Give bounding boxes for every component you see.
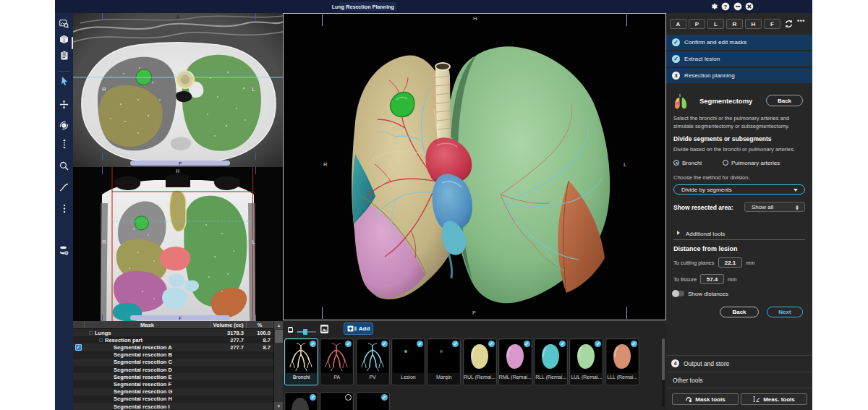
row-tree-checkbox[interactable] (99, 338, 103, 342)
additional-tools-expander[interactable]: Additional tools (686, 231, 725, 237)
export-data-icon[interactable] (55, 244, 73, 256)
object-card-margin[interactable]: ✓Margin (427, 338, 461, 385)
object-card-pv[interactable]: ✓PV (356, 338, 390, 385)
visibility-check-icon[interactable]: ✓ (310, 341, 316, 347)
slice-scroll-icon[interactable] (55, 138, 73, 150)
show-resected-dropdown[interactable]: Show all ▲▼ (744, 202, 805, 212)
table-row[interactable]: Segmental resection F (73, 380, 273, 388)
table-row[interactable]: Segmental resection E (73, 373, 273, 380)
visibility-check-icon[interactable]: ✓ (381, 341, 388, 347)
mask-table-header: MaskVolume (cc)% (73, 321, 273, 329)
orientation-button-f[interactable]: F (764, 19, 780, 29)
pan-icon[interactable] (55, 98, 73, 110)
visibility-check-icon[interactable]: ✓ (524, 341, 530, 347)
close-icon[interactable] (745, 2, 754, 11)
table-row[interactable]: Segmental resection D (73, 366, 273, 373)
row-checkbox-checked[interactable]: ✓ (75, 344, 82, 351)
table-row[interactable]: Segmental resection H (73, 396, 273, 403)
radio-selected-dot (676, 162, 678, 164)
3d-label-right: R (323, 161, 328, 168)
table-row[interactable]: Resection part277.78.7 (73, 336, 273, 343)
meas-tools-button[interactable]: Meas. tools (741, 393, 807, 405)
orientation-button-a[interactable]: A (670, 19, 686, 29)
large-thumbnail-icon[interactable] (320, 325, 328, 333)
output-and-store-step[interactable]: Output and store (684, 360, 729, 367)
radio-bronchi[interactable] (673, 160, 679, 166)
minimize-icon[interactable] (733, 2, 742, 11)
coronal-slice-indicator[interactable]: F (130, 315, 230, 320)
object-card-pa[interactable]: ✓PA (320, 338, 354, 385)
visibility-check-icon[interactable]: ✓ (488, 341, 495, 347)
3d-viewport[interactable]: H R L F (283, 13, 666, 320)
coronal-viewport[interactable]: R L H F (73, 167, 283, 322)
mask-tools-button[interactable]: Mask tools (672, 393, 739, 405)
visibility-check-icon[interactable]: ✓ (631, 341, 637, 347)
visibility-check-icon[interactable]: ✓ (381, 394, 388, 401)
workflow-step-1[interactable]: ✓Confirm and edit masks (666, 35, 812, 50)
more-options-icon[interactable]: ••• (797, 17, 805, 25)
percent-cell: 8.7 (247, 344, 271, 351)
clipboard-icon[interactable] (55, 49, 73, 61)
mask-name-cell: Segmental resection G (114, 388, 172, 395)
3d-label-head: H (473, 15, 477, 22)
object-card-lll-remai[interactable]: ✓LLL (Remai... (605, 338, 639, 385)
radio-pulmonary-arteries[interactable] (723, 160, 728, 166)
object-card-rul-remai[interactable]: ✓RUL (Remai... (463, 338, 497, 385)
segmentectomy-back-button[interactable]: Back (766, 95, 803, 106)
strip-scrollbar-thumb[interactable] (662, 338, 665, 380)
scrollbar-thumb[interactable] (275, 330, 283, 343)
mask-table-scrollbar[interactable]: ▲ ▼ (273, 321, 283, 410)
settings-gear-icon[interactable] (710, 2, 718, 11)
cube-3d-icon[interactable] (55, 33, 73, 45)
zoom-icon[interactable] (55, 160, 73, 171)
image-search-icon[interactable] (55, 17, 73, 29)
small-thumbnail-icon[interactable] (288, 327, 293, 333)
object-card-row2[interactable]: ✓ (284, 392, 318, 410)
orientation-button-l[interactable]: L (707, 19, 724, 29)
rotate-3d-icon[interactable] (55, 119, 73, 131)
object-card-label: Bronchi (285, 375, 318, 380)
curve-icon[interactable] (55, 181, 73, 193)
other-tools-section[interactable]: Other tools (673, 377, 703, 384)
strip-controls: Add (283, 320, 666, 338)
workflow-step-3[interactable]: 3Resection planning (666, 68, 812, 83)
table-row[interactable]: Segmental resection G (73, 388, 273, 396)
chevron-down-icon (793, 189, 798, 192)
divide-method-dropdown[interactable]: Divide by segments (673, 184, 805, 195)
object-card-label: LLL (Remai... (606, 375, 639, 380)
table-row[interactable]: Segmental resection C (73, 359, 273, 366)
reset-view-icon[interactable] (783, 19, 795, 29)
object-card-label: Margin (427, 375, 460, 380)
orientation-button-r[interactable]: R (726, 19, 743, 29)
visibility-check-icon[interactable]: ✓ (417, 341, 423, 347)
help-icon[interactable]: ? (721, 2, 730, 11)
visibility-check-icon[interactable]: ✓ (310, 394, 316, 401)
axial-viewport[interactable]: R L A P (73, 13, 283, 167)
object-card-row2[interactable]: ✓ (356, 392, 390, 410)
next-button[interactable]: Next (767, 307, 803, 317)
row-tree-checkbox[interactable] (89, 331, 93, 335)
more-icon[interactable] (55, 202, 73, 214)
table-row[interactable]: ✓Segmental resection A277.78.7 (73, 343, 273, 351)
orientation-button-p[interactable]: P (689, 19, 705, 29)
cursor-icon[interactable] (55, 75, 73, 87)
object-card-bronchi[interactable]: ✓Bronchi (284, 338, 318, 385)
workflow-step-2[interactable]: ✓Extract lesion (666, 51, 812, 67)
to-cutting-planes-value[interactable]: 22.1 (718, 257, 742, 268)
show-distances-toggle[interactable] (673, 291, 684, 296)
orientation-button-h[interactable]: H (745, 19, 762, 29)
expander-arrow-icon[interactable] (677, 231, 680, 235)
object-card-rml-remai[interactable]: ✓RML (Remai... (498, 338, 532, 385)
object-card-lesion[interactable]: ✓Lesion (391, 338, 425, 385)
table-row[interactable]: Lungs3178.3100.0 (73, 329, 273, 336)
back-button[interactable]: Back (720, 307, 759, 317)
add-object-button[interactable]: Add (344, 323, 373, 335)
axial-slice-indicator[interactable]: P (130, 161, 230, 166)
to-fissure-value[interactable]: 57.4 (700, 274, 724, 284)
object-card-lul-remai[interactable]: ✓LUL (Remai... (569, 338, 603, 385)
object-card-rll-remai[interactable]: ✓RLL (Remai... (534, 338, 568, 385)
thumbnail-size-slider[interactable] (297, 328, 316, 336)
object-card-row2[interactable] (320, 392, 354, 410)
table-row[interactable]: Segmental resection B (73, 351, 273, 359)
table-row[interactable]: Segmental resection I (73, 403, 273, 410)
